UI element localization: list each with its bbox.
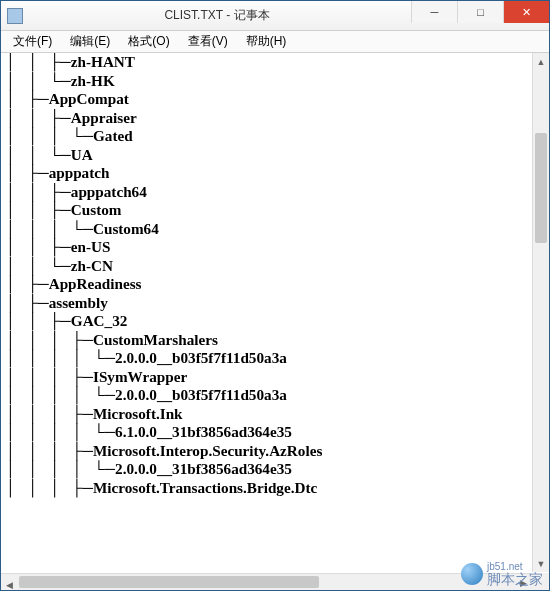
notepad-window: CLIST.TXT - 记事本 ─ □ ✕ 文件(F) 编辑(E) 格式(O) … xyxy=(0,0,550,591)
vertical-scroll-thumb[interactable] xyxy=(535,133,547,243)
vertical-scrollbar[interactable]: ▲ ▼ xyxy=(532,53,549,572)
menu-help[interactable]: 帮助(H) xyxy=(238,31,295,52)
watermark: jb51.net 脚本之家 xyxy=(461,562,543,586)
minimize-button[interactable]: ─ xyxy=(411,1,457,23)
menu-bar: 文件(F) 编辑(E) 格式(O) 查看(V) 帮助(H) xyxy=(1,31,549,53)
menu-edit[interactable]: 编辑(E) xyxy=(62,31,118,52)
menu-file[interactable]: 文件(F) xyxy=(5,31,60,52)
app-icon xyxy=(7,8,23,24)
watermark-logo-icon xyxy=(461,563,483,585)
menu-format[interactable]: 格式(O) xyxy=(120,31,177,52)
horizontal-scroll-thumb[interactable] xyxy=(19,576,319,588)
title-bar[interactable]: CLIST.TXT - 记事本 ─ □ ✕ xyxy=(1,1,549,31)
close-button[interactable]: ✕ xyxy=(503,1,549,23)
client-area: │ │ ├─zh-HANT │ │ └─zh-HK │ ├─AppCompat … xyxy=(1,53,549,590)
maximize-button[interactable]: □ xyxy=(457,1,503,23)
menu-view[interactable]: 查看(V) xyxy=(180,31,236,52)
scroll-left-icon[interactable]: ◀ xyxy=(1,577,18,591)
window-controls: ─ □ ✕ xyxy=(411,1,549,23)
scroll-up-icon[interactable]: ▲ xyxy=(533,53,549,70)
window-title: CLIST.TXT - 记事本 xyxy=(23,7,411,24)
horizontal-scrollbar[interactable]: ◀ ▶ xyxy=(1,573,532,590)
text-content[interactable]: │ │ ├─zh-HANT │ │ └─zh-HK │ ├─AppCompat … xyxy=(5,53,531,572)
watermark-text: 脚本之家 xyxy=(487,572,543,586)
